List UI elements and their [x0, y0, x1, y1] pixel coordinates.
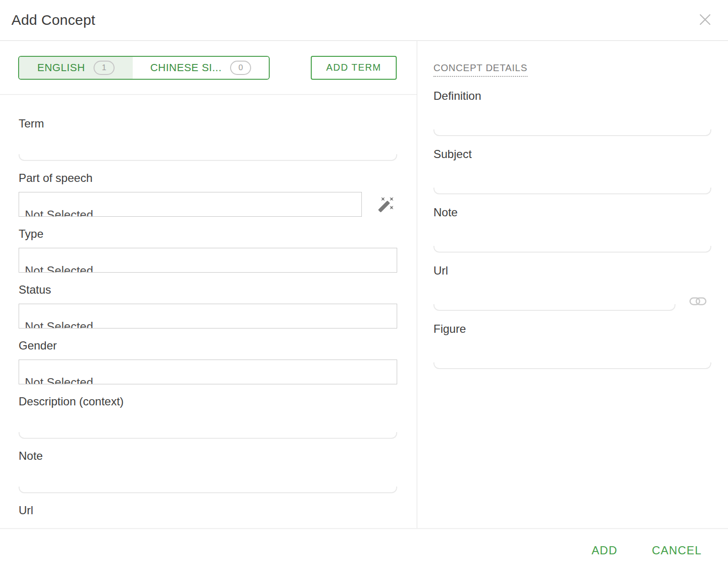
field-note: Note [19, 449, 397, 493]
close-button[interactable] [696, 11, 715, 30]
description-label: Description (context) [19, 395, 397, 408]
gender-value: Not Selected [25, 376, 93, 384]
concept-details-heading: CONCEPT DETAILS [433, 63, 528, 77]
gender-select[interactable]: Not Selected [19, 360, 397, 384]
auto-fix-icon[interactable] [378, 196, 395, 213]
field-description: Description (context) [19, 395, 397, 439]
field-figure: Figure [433, 322, 711, 369]
concept-note-label: Note [433, 206, 711, 219]
status-select[interactable]: Not Selected [19, 304, 397, 328]
term-label: Term [19, 117, 397, 130]
add-term-button[interactable]: ADD TERM [311, 56, 397, 80]
concept-url-input[interactable] [433, 277, 675, 311]
part-of-speech-value: Not Selected [25, 208, 93, 217]
note-input[interactable] [19, 463, 397, 493]
part-of-speech-label: Part of speech [19, 171, 397, 185]
add-concept-dialog: Add Concept ENGLISH 1 CHINESE SI... [0, 0, 728, 572]
language-tab-row: ENGLISH 1 CHINESE SI... 0 ADD TERM [0, 41, 417, 95]
tab-chinese-count-badge: 0 [230, 61, 251, 75]
type-select[interactable]: Not Selected [19, 248, 397, 273]
note-label: Note [19, 449, 397, 463]
description-input[interactable] [19, 408, 397, 439]
tab-english-count-badge: 1 [94, 61, 115, 75]
concept-url-label: Url [433, 264, 711, 277]
definition-label: Definition [433, 89, 711, 103]
status-label: Status [19, 283, 397, 297]
field-status: Status Not Selected [19, 283, 397, 328]
field-part-of-speech: Part of speech Not Selected [19, 171, 397, 217]
term-fields: Term Part of speech Not Selected [0, 117, 417, 528]
tab-english-label: ENGLISH [37, 62, 85, 74]
type-label: Type [19, 227, 397, 241]
field-subject: Subject [433, 148, 711, 194]
tab-chinese-simplified[interactable]: CHINESE SI... 0 [133, 57, 269, 79]
language-tabs: ENGLISH 1 CHINESE SI... 0 [18, 56, 270, 80]
figure-input[interactable] [433, 336, 711, 369]
gender-label: Gender [19, 339, 397, 352]
dialog-title: Add Concept [11, 12, 95, 28]
close-icon [696, 11, 714, 30]
figure-label: Figure [433, 322, 711, 336]
add-button[interactable]: ADD [591, 544, 617, 557]
concept-details-panel: CONCEPT DETAILS Definition Subject Note … [417, 41, 728, 528]
field-concept-note: Note [433, 206, 711, 253]
definition-input[interactable] [433, 103, 711, 136]
field-gender: Gender Not Selected [19, 339, 397, 384]
term-panel: ENGLISH 1 CHINESE SI... 0 ADD TERM Term [0, 41, 417, 528]
term-input[interactable] [19, 130, 397, 161]
dialog-body: ENGLISH 1 CHINESE SI... 0 ADD TERM Term [0, 41, 728, 528]
status-value: Not Selected [25, 320, 93, 328]
field-concept-url: Url [433, 264, 711, 311]
field-definition: Definition [433, 89, 711, 136]
type-value: Not Selected [25, 264, 93, 273]
concept-note-input[interactable] [433, 219, 711, 253]
part-of-speech-select[interactable]: Not Selected [19, 192, 362, 217]
dialog-footer: ADD CANCEL [0, 528, 728, 572]
tab-chinese-label: CHINESE SI... [150, 62, 222, 74]
subject-input[interactable] [433, 161, 711, 194]
subject-label: Subject [433, 148, 711, 161]
url-label: Url [19, 504, 397, 517]
cancel-button[interactable]: CANCEL [652, 544, 702, 557]
link-icon[interactable] [689, 296, 707, 307]
field-type: Type Not Selected [19, 227, 397, 273]
dialog-header: Add Concept [0, 0, 728, 41]
field-term: Term [19, 117, 397, 161]
url-input[interactable] [19, 517, 397, 528]
tab-english[interactable]: ENGLISH 1 [19, 57, 133, 79]
field-url: Url [19, 504, 397, 528]
